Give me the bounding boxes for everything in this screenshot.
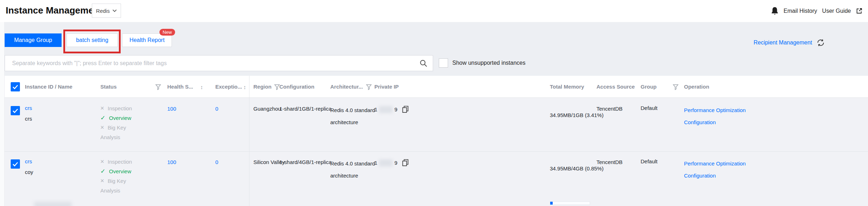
ip-last-char: 9 [394, 160, 397, 166]
fail-icon: × [100, 104, 104, 113]
page-title: Instance Management [6, 5, 102, 16]
column-header-access-source[interactable]: Access Source [596, 76, 635, 98]
product-selector-value: Redis [96, 8, 110, 14]
table-header: Instance ID / Name Status Health S... ↕ … [0, 76, 868, 98]
architecture-line2: architecture [330, 170, 375, 182]
memory-usage-text: 34.95MB/1GB (3.41%) [550, 112, 604, 118]
access-source-value: TencentDB [596, 106, 622, 112]
column-header-private-ip[interactable]: Private IP [374, 76, 399, 98]
access-source-value: TencentDB [596, 159, 622, 165]
copy-icon[interactable] [402, 106, 409, 113]
external-link-icon[interactable] [856, 8, 862, 14]
private-ip-cell: 1 9 [374, 106, 409, 113]
health-score-sort-icon[interactable]: ↕ [200, 76, 203, 98]
health-score-link[interactable]: 100 [167, 159, 176, 165]
recipient-management-link[interactable]: Recipient Management [753, 39, 812, 46]
performance-optimization-link[interactable]: Performance Optimization [684, 104, 746, 116]
column-header-total-memory[interactable]: Total Memory [550, 76, 584, 98]
search-input[interactable] [5, 60, 414, 67]
fail-icon: × [100, 123, 104, 132]
group-filter-icon[interactable] [673, 76, 679, 98]
column-header-health-score[interactable]: Health S... [167, 76, 193, 98]
top-right-nav: Email History User Guide [771, 0, 862, 22]
ip-first-char: 1 [374, 160, 377, 166]
table-row: crs crs ×Inspection ✓Overview ×Big Key A… [0, 98, 868, 151]
health-score-link[interactable]: 100 [167, 106, 176, 112]
configuration-link[interactable]: Configuration [684, 116, 746, 128]
column-header-operation[interactable]: Operation [684, 76, 709, 98]
status-cell: ×Inspection ✓Overview ×Big Key Analysis [100, 104, 132, 142]
exception-count-link[interactable]: 0 [215, 159, 218, 165]
search-icon [419, 59, 428, 68]
group-value: Default [641, 158, 658, 164]
architecture-line1: Redis 4.0 standard [330, 104, 375, 116]
column-header-exception[interactable]: Exceptio... [215, 76, 242, 98]
architecture-filter-icon[interactable] [366, 76, 372, 98]
check-icon: ✓ [100, 113, 105, 123]
new-badge: New [159, 29, 175, 36]
instance-management-page: Instance Management Redis Email History … [0, 0, 868, 206]
status-inspection: Inspection [108, 157, 132, 167]
show-unsupported-label: Show unsupported instances [452, 60, 525, 66]
column-header-group[interactable]: Group [641, 76, 657, 98]
notification-bell-icon[interactable] [771, 7, 779, 15]
column-header-instance[interactable]: Instance ID / Name [25, 76, 72, 98]
status-inspection: Inspection [108, 104, 132, 113]
instance-name: crs [25, 116, 32, 122]
show-unsupported-checkbox[interactable] [439, 58, 448, 68]
configuration-value: 1-shard/4GB/1-replica [279, 159, 332, 165]
group-value: Default [641, 105, 658, 111]
private-ip-cell: 1 9 [374, 159, 409, 167]
redacted-ip [379, 159, 393, 167]
architecture-value: Redis 4.0 standard architecture [330, 158, 375, 182]
health-report-label: Health Report [130, 37, 165, 43]
select-all-checkbox[interactable] [11, 82, 20, 91]
left-edge-strip [0, 22, 5, 206]
product-selector-dropdown[interactable]: Redis [92, 4, 121, 18]
region-value: Guangzhou [253, 106, 281, 112]
status-filter-icon[interactable] [155, 76, 161, 98]
operation-cell: Performance Optimization Configuration [684, 104, 746, 128]
check-icon: ✓ [100, 167, 105, 176]
instance-id-link[interactable]: crs [25, 105, 32, 111]
ip-last-char: 9 [394, 106, 397, 112]
top-bar: Instance Management Redis Email History … [0, 0, 868, 22]
copy-icon[interactable] [402, 159, 409, 167]
configuration-link[interactable]: Configuration [684, 170, 746, 182]
row-checkbox[interactable] [11, 159, 20, 169]
column-header-status[interactable]: Status [100, 76, 117, 98]
row-separator [5, 151, 868, 152]
memory-usage-text: 34.95MB/4GB (0.85%) [550, 165, 604, 171]
architecture-line1: Redis 4.0 standard [330, 158, 375, 170]
instance-id-link[interactable]: crs [25, 158, 32, 164]
performance-optimization-link[interactable]: Performance Optimization [684, 158, 746, 170]
redacted-ip [379, 106, 393, 113]
fail-icon: × [100, 157, 104, 167]
fixed-column-divider [249, 76, 249, 206]
search-bar [5, 55, 433, 71]
row-checkbox[interactable] [11, 106, 20, 115]
exception-sort-icon[interactable]: ↕ [243, 76, 246, 98]
show-unsupported-control: Show unsupported instances [439, 58, 525, 68]
configuration-value: 1-shard/1GB/1-replica [279, 106, 332, 112]
status-overview: Overview [109, 167, 131, 176]
health-report-button[interactable]: Health Report New [122, 33, 172, 47]
architecture-line2: architecture [330, 116, 375, 128]
column-header-configuration[interactable]: Configuration [279, 76, 314, 98]
table-row: crs coy ×Inspection ✓Overview ×Big Key A… [0, 151, 868, 206]
refresh-icon[interactable] [816, 38, 825, 47]
manage-group-button[interactable]: Manage Group [5, 33, 62, 47]
status-overview: Overview [109, 113, 131, 123]
fail-icon: × [100, 176, 104, 186]
status-big-key: Big Key [108, 176, 126, 186]
user-guide-link[interactable]: User Guide [822, 8, 851, 14]
search-button[interactable] [414, 56, 433, 71]
operation-cell: Performance Optimization Configuration [684, 158, 746, 182]
column-header-architecture[interactable]: Architectur... [330, 76, 363, 98]
column-header-region[interactable]: Region [253, 76, 272, 98]
email-history-link[interactable]: Email History [784, 8, 817, 14]
ip-first-char: 1 [374, 106, 377, 112]
status-analysis: Analysis [100, 186, 120, 195]
exception-count-link[interactable]: 0 [215, 106, 218, 112]
batch-setting-button[interactable]: batch setting [67, 33, 118, 47]
